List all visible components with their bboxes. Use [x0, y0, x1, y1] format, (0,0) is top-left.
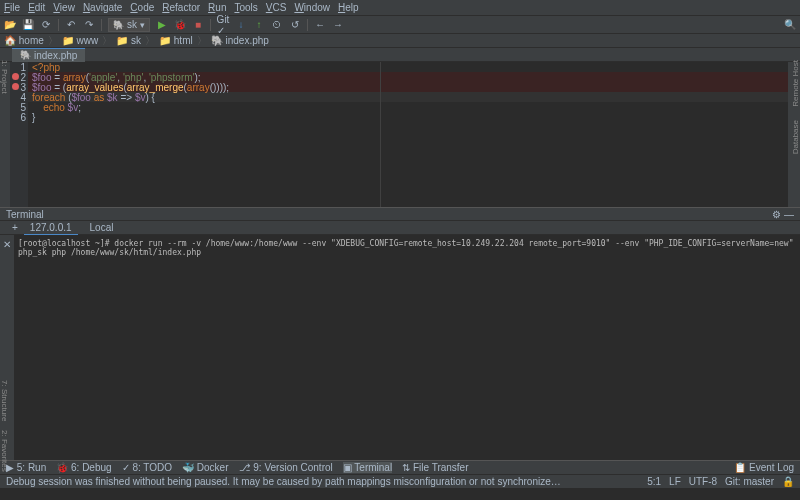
breadcrumb-home[interactable]: 🏠 home: [4, 35, 44, 46]
back-icon[interactable]: ←: [314, 19, 326, 31]
search-icon[interactable]: 🔍: [784, 19, 796, 31]
tool-todo[interactable]: ✓ 8: TODO: [122, 462, 172, 473]
tool-versioncontrol[interactable]: ⎇ 9: Version Control: [239, 462, 333, 473]
tool-filetransfer[interactable]: ⇅ File Transfer: [402, 462, 468, 473]
menu-tools[interactable]: Tools: [234, 2, 257, 13]
favorites-tool-button[interactable]: 2: Favorites: [0, 430, 9, 472]
vcs-commit-icon[interactable]: ↑: [253, 19, 265, 31]
refresh-icon[interactable]: ⟳: [40, 19, 52, 31]
vcs-history-icon[interactable]: ⏲: [271, 19, 283, 31]
menu-file[interactable]: File: [4, 2, 20, 13]
structure-tool-button[interactable]: 7: Structure: [0, 380, 9, 421]
gear-icon[interactable]: ⚙: [772, 209, 781, 220]
terminal-tab-1[interactable]: Local: [84, 221, 120, 234]
git-branch[interactable]: Git: master: [725, 476, 774, 487]
debug-icon[interactable]: 🐞: [174, 19, 186, 31]
status-message: Debug session was finished without being…: [6, 476, 566, 487]
breakpoint-icon[interactable]: [12, 83, 19, 90]
add-terminal-icon[interactable]: +: [12, 222, 18, 233]
tab-index-php[interactable]: 🐘 index.php: [12, 48, 85, 62]
line-gutter[interactable]: 123456: [10, 62, 28, 207]
menu-window[interactable]: Window: [294, 2, 330, 13]
terminal-tabs: + 127.0.0.1Local: [0, 221, 800, 235]
menu-run[interactable]: Run: [208, 2, 226, 13]
run-config-select[interactable]: 🐘 sk ▾: [108, 18, 150, 32]
status-bar: Debug session was finished without being…: [0, 474, 800, 488]
menu-vcs[interactable]: VCS: [266, 2, 287, 13]
tool-docker[interactable]: 🐳 Docker: [182, 462, 228, 473]
code-editor[interactable]: <?php$foo = array('apple', 'php', 'phpst…: [28, 62, 788, 207]
breadcrumb-html[interactable]: 📁 html: [159, 35, 193, 46]
git-icon[interactable]: Git ✓: [217, 19, 229, 31]
menu-edit[interactable]: Edit: [28, 2, 45, 13]
editor-area: 123456 <?php$foo = array('apple', 'php',…: [0, 62, 800, 207]
save-icon[interactable]: 💾: [22, 19, 34, 31]
tool-debug[interactable]: 🐞 6: Debug: [56, 462, 111, 473]
menu-help[interactable]: Help: [338, 2, 359, 13]
open-icon[interactable]: 📂: [4, 19, 16, 31]
editor-tabs: 🐘 index.php: [0, 48, 800, 62]
vcs-update-icon[interactable]: ↓: [235, 19, 247, 31]
terminal-output[interactable]: [root@localhost ~]# docker run --rm -v /…: [14, 235, 800, 460]
terminal-header: Terminal ⚙ —: [0, 207, 800, 221]
menu-bar: FileEditViewNavigateCodeRefactorRunTools…: [0, 0, 800, 16]
breadcrumb: 🏠 home〉📁 www〉📁 sk〉📁 html〉🐘 index.php: [0, 34, 800, 48]
redo-icon[interactable]: ↷: [83, 19, 95, 31]
terminal-title: Terminal: [6, 209, 44, 220]
undo-icon[interactable]: ↶: [65, 19, 77, 31]
minimize-icon[interactable]: —: [784, 209, 794, 220]
tool-run[interactable]: ▶ 5: Run: [6, 462, 46, 473]
terminal-tab-0[interactable]: 127.0.0.1: [24, 221, 78, 235]
vcs-revert-icon[interactable]: ↺: [289, 19, 301, 31]
main-toolbar: 📂 💾 ⟳ ↶ ↷ 🐘 sk ▾ ▶ 🐞 ■ Git ✓ ↓ ↑ ⏲ ↺ ← →…: [0, 16, 800, 34]
lock-icon[interactable]: 🔒: [782, 476, 794, 487]
menu-navigate[interactable]: Navigate: [83, 2, 122, 13]
stop-icon[interactable]: ■: [192, 19, 204, 31]
terminal-panel: ✕ [root@localhost ~]# docker run --rm -v…: [0, 235, 800, 460]
encoding[interactable]: UTF-8: [689, 476, 717, 487]
breadcrumb-sk[interactable]: 📁 sk: [116, 35, 141, 46]
breadcrumb-www[interactable]: 📁 www: [62, 35, 98, 46]
event-log-button[interactable]: 📋 Event Log: [734, 462, 794, 473]
line-sep[interactable]: LF: [669, 476, 681, 487]
run-icon[interactable]: ▶: [156, 19, 168, 31]
forward-icon[interactable]: →: [332, 19, 344, 31]
menu-view[interactable]: View: [53, 2, 75, 13]
tool-terminal[interactable]: ▣ Terminal: [343, 462, 392, 473]
remote-host-tool-button[interactable]: Remote Host: [791, 60, 800, 107]
menu-refactor[interactable]: Refactor: [162, 2, 200, 13]
database-tool-button[interactable]: Database: [791, 120, 800, 154]
terminal-side-toolbar: ✕: [0, 235, 14, 460]
project-tool-button[interactable]: 1: Project: [0, 60, 9, 94]
breadcrumb-index.php[interactable]: 🐘 index.php: [211, 35, 269, 46]
caret-position: 5:1: [647, 476, 661, 487]
breakpoint-icon[interactable]: [12, 73, 19, 80]
tool-window-bar: ▶ 5: Run🐞 6: Debug✓ 8: TODO🐳 Docker⎇ 9: …: [0, 460, 800, 474]
close-icon[interactable]: ✕: [3, 239, 11, 250]
menu-code[interactable]: Code: [130, 2, 154, 13]
